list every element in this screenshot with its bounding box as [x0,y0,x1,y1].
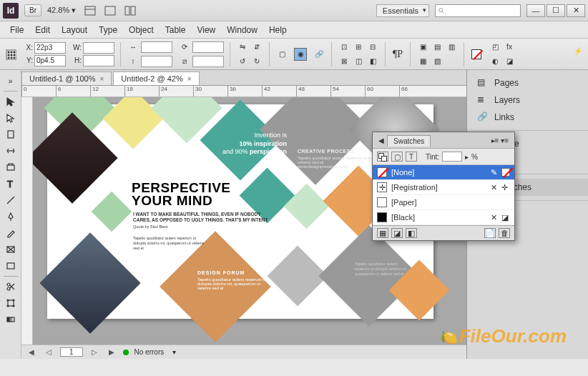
expand-tools-icon[interactable]: » [2,73,19,89]
center-content-icon[interactable]: ⊟ [366,41,379,54]
y-input[interactable]: 0p4.5 [34,55,66,66]
panel-item-pages[interactable]: ▤Pages [467,74,588,91]
rotate-input[interactable] [192,41,224,53]
flip-v-icon[interactable]: ⇵ [250,41,263,54]
gap-tool[interactable] [2,143,19,159]
drop-shadow-icon[interactable]: ◪ [503,55,516,68]
preflight-menu-icon[interactable]: ▾ [172,348,176,356]
rotate-cw-icon[interactable]: ↻ [250,55,263,68]
prev-page-button[interactable]: ◁ [43,348,54,356]
line-tool[interactable] [2,192,19,208]
scale-y-input[interactable] [141,56,172,67]
arrange-icon[interactable] [122,4,139,18]
swatch-row[interactable]: [None]✎ [373,165,514,180]
next-spread-button[interactable]: ▶ [106,348,117,356]
rectangle-frame-tool[interactable] [2,242,19,257]
menu-type[interactable]: Type [93,23,123,37]
minimize-button[interactable]: — [526,4,545,17]
bridge-button[interactable]: Br [24,4,41,16]
flip-h-icon[interactable]: ⇋ [236,41,249,54]
shear-input[interactable] [192,56,224,67]
view-options-icon[interactable] [82,4,99,18]
zoom-level-dropdown[interactable]: 42.8% ▾ [47,6,76,15]
x-input[interactable]: 22p3 [34,42,66,54]
auto-fit-icon[interactable]: ◧ [366,55,379,68]
menu-window[interactable]: Window [221,23,263,37]
screen-mode-icon[interactable] [102,4,119,18]
swatches-panel-header[interactable]: ◀ Swatches ▸≡ ▾≡ [373,132,514,149]
vertical-ruler[interactable] [21,97,33,345]
preflight-status[interactable]: No errors [134,348,165,356]
paragraph-style-icon[interactable]: ¶P [391,48,404,61]
opacity-icon[interactable]: ◐ [489,55,501,68]
fit-frame-icon[interactable]: ⊞ [352,41,365,54]
type-tool[interactable]: T [2,176,19,192]
prev-spread-button[interactable]: ◀ [26,348,37,356]
direct-selection-tool[interactable] [2,110,19,126]
swatches-tab[interactable]: Swatches [387,135,431,147]
fill-stroke-proxy-icon[interactable] [377,152,388,162]
swatches-panel-menu-icon[interactable]: ▸≡ ▾≡ [491,137,509,144]
gradient-swatch-tool[interactable] [2,312,19,327]
show-color-swatches-icon[interactable]: ◪ [391,228,403,238]
delete-swatch-icon[interactable]: 🗑 [499,228,510,238]
swatch-row[interactable]: ✛[Registration]✕✛ [373,180,514,195]
pen-tool[interactable] [2,209,19,224]
maximize-button[interactable]: ☐ [547,4,565,17]
content-collector-tool[interactable] [2,159,19,175]
swatch-row[interactable]: [Paper] [373,195,514,210]
free-transform-tool[interactable] [2,295,19,311]
constrain-icon[interactable]: 🔗 [313,48,325,61]
effects-icon[interactable]: fx [503,41,516,54]
document-tab[interactable]: Untitled-2 @ 42%× [113,71,199,85]
formatting-text-icon[interactable]: T [406,152,417,162]
h-input[interactable] [83,55,114,66]
menu-table[interactable]: Table [160,23,192,37]
fit-proportional-icon[interactable]: ◫ [352,55,365,68]
wrap-jump-icon[interactable]: ▦ [416,55,429,68]
menu-layout[interactable]: Layout [56,23,93,37]
next-page-button[interactable]: ▷ [89,348,100,356]
wrap-column-icon[interactable]: ▧ [431,55,444,68]
tint-input[interactable] [442,152,462,162]
rectangle-tool[interactable] [2,258,19,274]
panel-item-layers[interactable]: ≣Layers [467,91,588,109]
rotate-ccw-icon[interactable]: ↺ [236,55,249,68]
tint-arrow-icon[interactable]: ▸ [465,153,469,161]
fill-frame-icon[interactable]: ⊠ [338,55,351,68]
fit-content-icon[interactable]: ⊡ [338,41,351,54]
wrap-none-icon[interactable]: ▣ [416,41,429,54]
formatting-container-icon[interactable]: ▢ [391,152,403,162]
fill-swatch-icon[interactable] [470,48,483,61]
wrap-bbox-icon[interactable]: ▤ [431,41,444,54]
new-swatch-icon[interactable]: 📄 [484,228,496,238]
search-input[interactable] [435,4,521,17]
reference-point-icon[interactable] [4,48,17,61]
menu-object[interactable]: Object [123,23,160,37]
show-gradient-swatches-icon[interactable]: ◧ [406,228,417,238]
horizontal-ruler[interactable]: 0612182430364248546066 [21,86,466,97]
page-number[interactable]: 1 [60,347,83,357]
tab-close-icon[interactable]: × [100,75,104,83]
pencil-tool[interactable] [2,225,19,241]
workspace-dropdown[interactable]: Essentials [376,4,429,17]
scissors-tool[interactable] [2,279,19,295]
wrap-shape-icon[interactable]: ▥ [445,41,458,54]
swatches-panel[interactable]: ◀ Swatches ▸≡ ▾≡ ▢ T Tint: ▸ % [None]✎✛[… [372,132,515,241]
content-select-icon[interactable]: ◉ [294,48,307,61]
w-input[interactable] [83,42,114,54]
menu-help[interactable]: Help [263,23,293,37]
corner-options-icon[interactable]: ◰ [489,41,501,54]
page-tool[interactable] [2,127,19,142]
menu-view[interactable]: View [191,23,221,37]
menu-edit[interactable]: Edit [29,23,56,37]
menu-file[interactable]: File [4,23,29,37]
swatch-row[interactable]: [Black]✕◪ [373,210,514,225]
tab-close-icon[interactable]: × [187,75,192,83]
quick-apply-icon[interactable]: ⚡ [574,47,582,55]
panel-item-links[interactable]: 🔗Links [467,109,588,126]
scale-x-input[interactable] [141,41,172,53]
document-tab[interactable]: Untitled-1 @ 100%× [21,71,112,85]
close-button[interactable]: ✕ [567,4,585,17]
container-select-icon[interactable]: ▢ [275,48,288,61]
